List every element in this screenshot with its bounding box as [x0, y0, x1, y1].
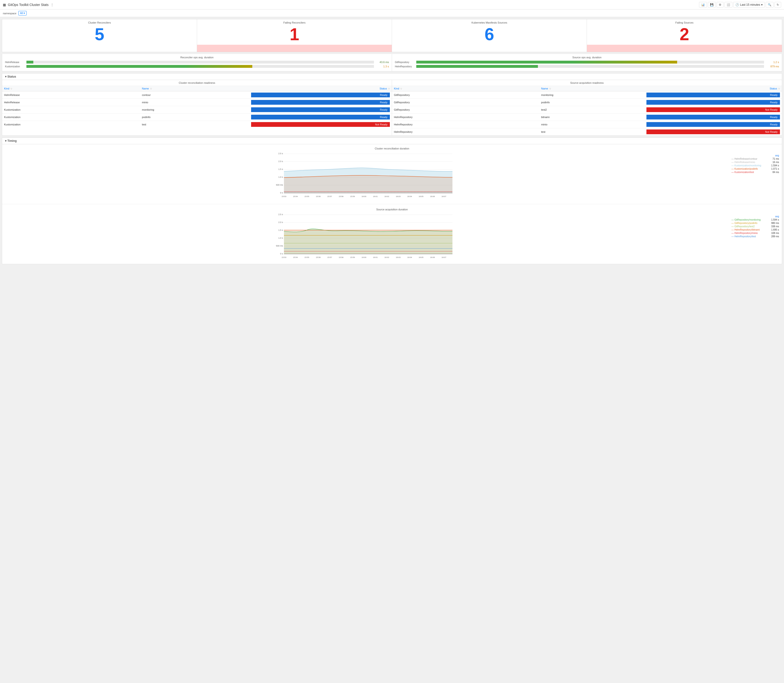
filter-icon-status-a: ▽ [778, 88, 780, 90]
share-icon[interactable]: ⋮ [50, 3, 54, 6]
svg-text:16:03: 16:03 [396, 256, 401, 258]
th-status-acquire[interactable]: Status ▽ [645, 86, 782, 91]
table-row: HelmRepository minio Ready [392, 121, 782, 128]
bar-row-helmrepository: HelmRepository 879 ms [395, 65, 779, 68]
top-bar-right: 📊 💾 ⚙ ⬜ 🕐 Last 15 minutes ▾ 🔍 ↻ [699, 2, 781, 8]
stat-number-sources: 6 [395, 25, 584, 44]
th-name-acquire[interactable]: Name ▽ [539, 86, 645, 91]
stat-card-failing-reconcilers: Failing Reconcilers 1 [197, 19, 392, 52]
cell-status: Ready [645, 91, 782, 99]
svg-text:16:00: 16:00 [362, 256, 367, 258]
bar-value-kustomization: 1.3 s [376, 65, 389, 68]
display-button[interactable]: ⬜ [725, 2, 732, 8]
svg-text:2.0 s: 2.0 s [278, 160, 283, 162]
chart2-avg-title: avg [731, 215, 779, 218]
svg-text:16:01: 16:01 [373, 256, 378, 258]
avg-panel-source: Source ops avg. duration GitRepository 1… [392, 54, 782, 71]
th-kind-reconcile[interactable]: Kind ▽ [2, 86, 140, 91]
filter-icon-name-r: ▽ [150, 88, 152, 90]
bar-value-helmrelease: 43.6 ms [376, 61, 389, 64]
acquisition-table-half: Source acquisition readiness Kind ▽ Name… [392, 80, 782, 135]
time-selector[interactable]: 🕐 Last 15 minutes ▾ [733, 2, 765, 8]
legend-item-helmrepo-test: — HelmRepository/test 289 ms [731, 235, 779, 238]
svg-text:15:59: 15:59 [350, 256, 355, 258]
reconciliation-table-half: Cluster reconciliation readiness Kind ▽ … [2, 80, 392, 135]
timing-section-wrapper: ▾ Timing Cluster reconciliation duration… [2, 138, 782, 264]
chart1-avg-title: avg [731, 154, 779, 157]
bar-container-helmrepository [416, 65, 764, 68]
cell-name: test [140, 121, 249, 128]
bar-value-gitrepository: 1.2 s [766, 61, 779, 64]
svg-text:15:54: 15:54 [293, 196, 298, 197]
bar-container-kustomization [26, 65, 374, 68]
legend-item-gitrepo-monitoring: — GitRepository/monitoring 1.594 s [731, 218, 779, 221]
zoom-out-button[interactable]: 🔍 [766, 2, 774, 8]
th-kind-acquire[interactable]: Kind ▽ [392, 86, 539, 91]
stat-card-title-failing-reconcilers: Failing Reconcilers [200, 21, 389, 24]
settings-button[interactable]: ⚙ [717, 2, 723, 8]
legend-item-gitrepo-test2: — GitRepository/test2 338 ms [731, 225, 779, 228]
chart2-svg: 2.5 s 2.0 s 1.5 s 1.0 s 500 ms 0 s [5, 213, 728, 260]
reconciliation-table: Kind ▽ Name ▽ Status ▽ HelmRelease conto… [2, 86, 392, 128]
th-name-reconcile[interactable]: Name ▽ [140, 86, 249, 91]
filter-icon-name-a: ▽ [549, 88, 551, 90]
legend-item-gitrepo-podinfo: — GitRepository/podinfo 980 ms [731, 222, 779, 224]
svg-text:15:57: 15:57 [327, 256, 332, 258]
legend-item-helmrelease-minio: — HelmRelease/minio 16 ms [731, 161, 779, 164]
filter-icon-kind-r: ▽ [10, 88, 12, 90]
chart2-title: Source acquisition duration [5, 208, 779, 211]
bar-container-gitrepository [416, 61, 764, 64]
cell-kind: GitRepository [392, 91, 539, 99]
legend-item-kustomization-monitoring: — Kustomization/monitoring 1.594 s [731, 164, 779, 167]
chart1-legend: avg — HelmRelease/contour 71 ms — HelmRe… [731, 152, 779, 200]
cell-kind: GitRepository [392, 99, 539, 106]
acquisition-table-title: Source acquisition readiness [392, 80, 782, 86]
table-row: HelmRepository test Not Ready [392, 128, 782, 136]
bar-row-kustomization: Kustomization 1.3 s [5, 65, 389, 68]
svg-text:16:07: 16:07 [441, 256, 447, 258]
status-tables: Cluster reconciliation readiness Kind ▽ … [2, 80, 782, 135]
svg-text:15:53: 15:53 [282, 196, 287, 197]
chart-button[interactable]: 📊 [699, 2, 707, 8]
cell-name: test2 [539, 106, 645, 114]
time-selector-label: Last 15 minutes [740, 3, 760, 6]
chart1-title: Cluster reconciliation duration [5, 147, 779, 150]
namespace-dropdown[interactable]: All ▾ [18, 11, 27, 16]
chart1-area: 2.5 s 2.0 s 1.5 s 1.0 s 500 ms 0 s [5, 152, 779, 200]
cell-kind: HelmRelease [2, 99, 140, 106]
stat-number-failing-reconcilers: 1 [200, 25, 389, 44]
table-row: GitRepository podinfo Ready [392, 99, 782, 106]
cell-name: monitoring [539, 91, 645, 99]
bar-label-kustomization: Kustomization [5, 65, 26, 68]
cell-status: Not Ready [249, 121, 392, 128]
th-status-reconcile[interactable]: Status ▽ [249, 86, 392, 91]
table-row: HelmRelease contour Ready [2, 91, 392, 99]
cell-name: monitoring [140, 106, 249, 114]
svg-text:16:00: 16:00 [362, 196, 367, 197]
table-row: HelmRelease minio Ready [2, 99, 392, 106]
filter-label: namespace [3, 12, 16, 15]
status-header[interactable]: ▾ Status [2, 73, 782, 80]
svg-text:15:58: 15:58 [339, 196, 344, 197]
table-row: Kustomization podinfo Ready [2, 114, 392, 121]
stat-card-failing-sources: Failing Sources 2 [587, 19, 782, 52]
stat-pink-bg-reconcilers [197, 45, 392, 52]
cell-kind: HelmRepository [392, 114, 539, 121]
filter-icon-kind-a: ▽ [400, 88, 402, 90]
table-row: GitRepository monitoring Ready [392, 91, 782, 99]
refresh-button[interactable]: ↻ [774, 2, 781, 8]
svg-text:500 ms: 500 ms [276, 184, 283, 186]
svg-text:0 s: 0 s [280, 192, 283, 194]
avg-panel-title-reconciler: Reconciler ops avg. duration [5, 56, 389, 59]
svg-text:15:58: 15:58 [339, 256, 344, 258]
table-row: GitRepository test2 Not Ready [392, 106, 782, 114]
chart1-container: Cluster reconciliation duration 2.5 s 2.… [2, 144, 782, 203]
save-button[interactable]: 💾 [708, 2, 716, 8]
svg-text:16:03: 16:03 [396, 196, 401, 197]
svg-text:1.0 s: 1.0 s [278, 176, 283, 178]
cell-name: minio [539, 121, 645, 128]
svg-text:16:05: 16:05 [418, 196, 424, 197]
cell-status: Not Ready [645, 106, 782, 114]
timing-header-label: Timing [7, 139, 17, 143]
timing-header[interactable]: ▾ Timing [2, 138, 782, 144]
